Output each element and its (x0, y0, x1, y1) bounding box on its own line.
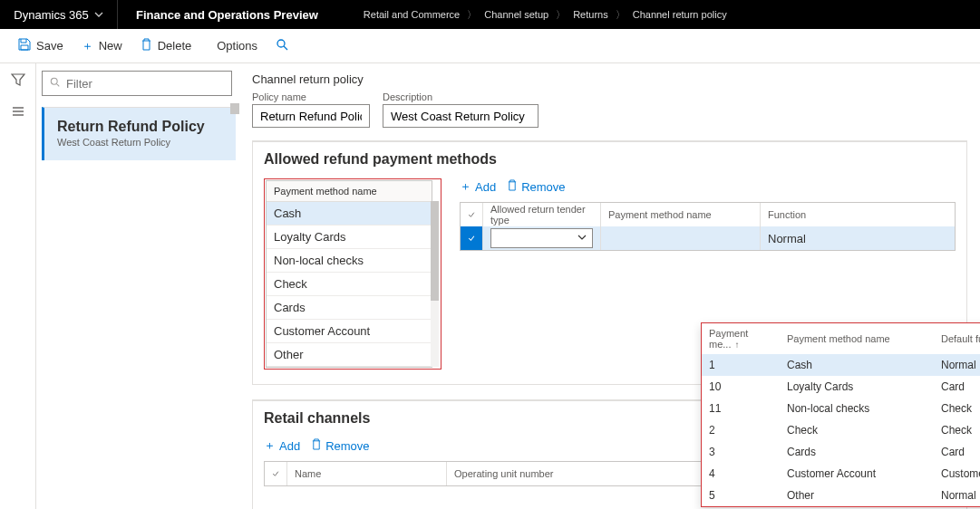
search-button[interactable] (268, 34, 296, 58)
chevron-down-icon (577, 233, 587, 244)
remove-button[interactable]: Remove (311, 438, 369, 453)
col-function[interactable]: Function (760, 203, 905, 226)
col-default-function[interactable]: Default function (934, 323, 980, 354)
breadcrumb: Retail and Commerce 〉 Channel setup 〉 Re… (364, 8, 727, 22)
svg-point-0 (277, 40, 285, 47)
dropdown-table: Payment me...↑ Payment method name Defau… (702, 323, 980, 506)
add-button[interactable]: ＋ Add (460, 178, 496, 195)
list-item[interactable]: Cards (267, 296, 432, 320)
breadcrumb-item[interactable]: Retail and Commerce (364, 9, 460, 20)
col-pm-name[interactable]: Payment method name (780, 323, 934, 354)
add-button[interactable]: ＋ Add (264, 437, 300, 454)
list-item[interactable]: Other (267, 343, 432, 367)
dropdown-row[interactable]: 10 Loyalty Cards Card (702, 376, 980, 398)
add-label: Add (475, 180, 496, 194)
allowed-return-grid: Allowed return tender type Payment metho… (460, 202, 956, 251)
policy-name-input[interactable] (252, 104, 370, 128)
policy-name-label: Policy name (252, 91, 370, 102)
policy-name-field: Policy name (252, 91, 370, 128)
breadcrumb-item[interactable]: Channel setup (484, 9, 548, 20)
save-button[interactable]: Save (11, 34, 71, 58)
chevron-down-icon (94, 8, 103, 22)
dropdown-row[interactable]: 3 Cards Card (702, 441, 980, 463)
remove-label: Remove (325, 439, 369, 453)
tender-dropdown-panel[interactable]: Payment me...↑ Payment method name Defau… (701, 322, 980, 507)
payment-method-header[interactable]: Payment method name (267, 181, 432, 202)
grid-actions: ＋ Add Remove (460, 178, 956, 195)
remove-label: Remove (521, 180, 565, 194)
filter-icon[interactable] (11, 72, 25, 90)
breadcrumb-item[interactable]: Returns (573, 9, 608, 20)
chevron-right-icon: 〉 (556, 8, 566, 22)
scrollbar-thumb[interactable] (431, 201, 439, 301)
search-icon (50, 77, 61, 91)
remove-button[interactable]: Remove (507, 179, 565, 194)
dropdown-header-row: Payment me...↑ Payment method name Defau… (702, 323, 980, 354)
payment-method-list-highlight: Payment method name Cash Loyalty Cards N… (264, 178, 441, 370)
brand-switcher[interactable]: Dynamics 365 (0, 0, 118, 29)
list-item[interactable]: Non-local checks (267, 249, 432, 273)
left-rail (0, 63, 36, 509)
list-item[interactable]: Loyalty Cards (267, 226, 432, 249)
col-pm-number[interactable]: Payment me...↑ (702, 323, 780, 354)
col-tender[interactable]: Allowed return tender type (482, 203, 600, 226)
list-item[interactable]: Customer Account (267, 320, 432, 343)
action-bar: Save ＋ New Delete Options (0, 29, 980, 63)
dropdown-row[interactable]: 5 Other Normal (702, 485, 980, 506)
filter-input[interactable] (66, 77, 224, 91)
main-area: Return Refund Policy West Coast Return P… (0, 63, 980, 509)
description-input[interactable] (383, 104, 539, 128)
row-selector[interactable] (461, 226, 482, 250)
plus-icon: ＋ (82, 38, 93, 54)
tender-dropdown[interactable] (490, 228, 593, 248)
scrollbar-thumb[interactable] (230, 103, 239, 114)
function-cell[interactable]: Normal (760, 226, 905, 250)
col-name[interactable]: Name (286, 462, 446, 485)
select-all-checkbox[interactable] (461, 203, 482, 226)
list-icon[interactable] (11, 104, 25, 121)
trash-icon (507, 179, 518, 194)
dropdown-row[interactable]: 4 Customer Account Customer (702, 463, 980, 485)
tender-cell[interactable] (482, 226, 600, 250)
save-label: Save (36, 39, 63, 53)
dropdown-row[interactable]: 11 Non-local checks Check (702, 398, 980, 419)
trash-icon (311, 438, 322, 453)
form-content: Channel return policy Policy name Descri… (239, 63, 980, 509)
app-header: Dynamics 365 Finance and Operations Prev… (0, 0, 980, 29)
plus-icon: ＋ (460, 178, 471, 195)
svg-line-1 (284, 46, 287, 50)
payment-method-list: Payment method name Cash Loyalty Cards N… (266, 180, 432, 368)
header-fields: Policy name Description (252, 91, 967, 128)
grid-row[interactable]: Normal (461, 226, 955, 250)
save-icon (18, 38, 31, 53)
sort-asc-icon: ↑ (734, 340, 739, 350)
brand-label: Dynamics 365 (14, 8, 88, 22)
col-payment-method[interactable]: Payment method name (600, 203, 760, 226)
record-list-item[interactable]: Return Refund Policy West Coast Return P… (42, 107, 236, 160)
new-label: New (99, 39, 122, 53)
new-button[interactable]: ＋ New (74, 34, 130, 59)
section-title: Allowed refund payment methods (264, 151, 956, 168)
record-list-pane: Return Refund Policy West Coast Return P… (36, 63, 239, 509)
chevron-right-icon: 〉 (616, 8, 626, 22)
page-title: Channel return policy (252, 72, 967, 86)
module-title: Finance and Operations Preview (118, 0, 336, 29)
dropdown-highlight: Payment me...↑ Payment method name Defau… (701, 322, 980, 507)
delete-button[interactable]: Delete (133, 34, 199, 58)
search-icon (276, 38, 288, 53)
breadcrumb-item[interactable]: Channel return policy (633, 9, 727, 20)
payment-method-cell[interactable] (600, 226, 760, 250)
options-button[interactable]: Options (209, 34, 265, 57)
chevron-right-icon: 〉 (467, 8, 477, 22)
dropdown-row[interactable]: 1 Cash Normal (702, 354, 980, 376)
filter-box[interactable] (42, 71, 232, 96)
dropdown-row[interactable]: 2 Check Check (702, 419, 980, 441)
svg-line-6 (56, 83, 59, 86)
select-all-checkbox[interactable] (265, 462, 286, 485)
description-field: Description (383, 91, 539, 128)
list-item[interactable]: Cash (267, 202, 432, 226)
options-label: Options (217, 39, 257, 53)
scrollbar[interactable] (431, 201, 439, 367)
description-label: Description (383, 91, 539, 102)
list-item[interactable]: Check (267, 273, 432, 296)
